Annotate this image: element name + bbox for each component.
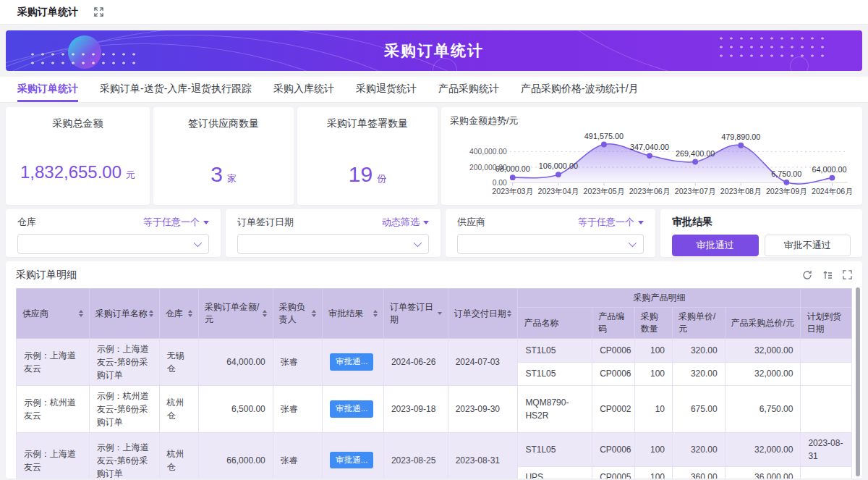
sign-date-select[interactable] <box>237 234 429 254</box>
tab-0[interactable]: 采购订单统计 <box>17 77 78 102</box>
chevron-down-icon <box>414 239 422 247</box>
column-header[interactable]: 采购订单金额/元 <box>198 289 273 339</box>
product-code-cell: CP0006 <box>592 433 634 467</box>
product-qty-cell: 100 <box>634 339 672 363</box>
order-detail-table-card: 采购订单明细 供应商采购订单名称仓库 <box>6 261 862 479</box>
column-header[interactable]: 产品采购总价/元 <box>725 308 801 339</box>
warehouse-select[interactable] <box>17 234 209 254</box>
expand-icon[interactable] <box>94 7 103 17</box>
approval-fail-button[interactable]: 审批不通过 <box>765 235 851 256</box>
owner-cell: 张睿 <box>273 386 323 433</box>
tab-2[interactable]: 采购入库统计 <box>273 77 334 102</box>
planned-date-cell <box>801 386 852 433</box>
svg-text:0.00: 0.00 <box>493 179 507 187</box>
product-name-cell: MQM8790-HS2R <box>518 386 592 433</box>
svg-text:400,000.00: 400,000.00 <box>469 148 507 156</box>
column-header[interactable]: 计划到货日期 <box>801 308 852 339</box>
tab-1[interactable]: 采购订单-送货-入库-退货执行跟踪 <box>100 77 252 102</box>
app-title: 采购订单统计 <box>17 6 78 19</box>
trend-line-chart: 0.00200,000.00400,000.002023年03月68,000.0… <box>450 127 854 203</box>
approval-cell: 审批通... <box>323 386 384 433</box>
product-name-cell: ST1L05 <box>518 362 592 386</box>
column-header[interactable]: 采购负责人 <box>273 289 323 339</box>
chevron-down-icon <box>194 239 202 247</box>
row-height-settings-icon[interactable] <box>822 270 833 280</box>
table-row: 示例：上海道友云示例：上海道友云-第6份采购订单杭州仓66,000.00张睿审批… <box>17 433 852 467</box>
column-header[interactable]: 审批结果 <box>323 289 384 339</box>
filter-warehouse: 仓库 等于任意一个 <box>6 209 221 257</box>
supplier-cell: 示例：上海道友云 <box>17 339 90 386</box>
planned-date-cell: 2023-08-31 <box>801 433 852 467</box>
column-header[interactable]: 仓库 <box>159 289 198 339</box>
planned-date-cell <box>801 362 852 386</box>
stat-value: 19 <box>349 162 373 187</box>
product-price-cell: 320.00 <box>673 339 726 363</box>
caret-down-icon <box>638 221 644 224</box>
stat-unit: 家 <box>227 172 237 185</box>
delivery-date-cell: 2024-07-03 <box>448 339 518 386</box>
svg-text:2023年09月: 2023年09月 <box>766 187 807 195</box>
vertical-scrollbar-thumb[interactable] <box>856 287 860 476</box>
column-header[interactable]: 产品编码 <box>592 308 634 339</box>
filter-label: 仓库 <box>17 216 36 229</box>
svg-text:64,000.00: 64,000.00 <box>812 165 846 174</box>
stat-card-supplier-count: 签订供应商数量 3家 <box>153 107 294 205</box>
sign-date-cell: 2023-08-25 <box>383 433 448 479</box>
approval-badge[interactable]: 审批通... <box>330 353 373 370</box>
column-header[interactable]: 订单签订日期 <box>383 289 448 339</box>
product-qty-cell: 10 <box>634 386 672 433</box>
tab-4[interactable]: 产品采购统计 <box>438 77 499 102</box>
fullscreen-icon[interactable] <box>843 270 852 280</box>
column-header[interactable]: 采购单价/元 <box>673 308 726 339</box>
svg-text:106,000.00: 106,000.00 <box>539 161 578 170</box>
filter-operator-dropdown[interactable]: 等于任意一个 <box>143 216 209 229</box>
sort-icon <box>507 310 511 317</box>
banner: 采购订单统计 <box>6 30 862 71</box>
approval-cell: 审批通... <box>323 433 384 479</box>
sort-icon <box>149 310 153 317</box>
supplier-cell: 示例：上海道友云 <box>17 433 90 479</box>
tab-3[interactable]: 采购退货统计 <box>356 77 417 102</box>
approval-badge[interactable]: 审批通... <box>330 452 373 468</box>
stat-card-total-amount: 采购总金额 1,832,655.00元 <box>6 107 150 205</box>
approval-cell: 审批通... <box>323 339 384 386</box>
column-header[interactable]: 采购订单名称 <box>89 289 159 339</box>
svg-text:2024年06月: 2024年06月 <box>812 187 853 195</box>
sort-icon <box>188 310 192 317</box>
column-header[interactable]: 采购数量 <box>634 308 672 339</box>
tab-5[interactable]: 产品采购价格-波动统计/月 <box>521 77 639 102</box>
sort-desc-icon <box>438 312 442 315</box>
product-total-cell: 32,000.00 <box>725 339 801 363</box>
warehouse-cell: 无锡仓 <box>159 339 198 386</box>
delivery-date-cell: 2023-09-30 <box>448 386 518 433</box>
owner-cell: 张睿 <box>273 339 323 386</box>
product-price-cell: 320.00 <box>673 362 726 386</box>
warehouse-cell: 杭州仓 <box>159 433 198 479</box>
sort-icon <box>263 310 267 317</box>
column-header[interactable]: 供应商 <box>17 289 90 339</box>
svg-text:2023年04月: 2023年04月 <box>537 187 579 195</box>
top-bar: 采购订单统计 <box>0 0 868 25</box>
planned-date-cell <box>801 339 852 363</box>
filter-label: 审批结果 <box>672 216 712 229</box>
refresh-icon[interactable] <box>802 270 812 280</box>
column-header[interactable]: 产品名称 <box>518 308 592 339</box>
trend-chart-card: 采购金额趋势/元 0.00200,000.00400,000.002023年03… <box>441 107 862 205</box>
product-total-cell: 32,000.00 <box>725 433 801 467</box>
product-name-cell: ST1L05 <box>518 339 592 363</box>
column-header[interactable]: 订单交付日期 <box>448 289 518 339</box>
approval-pass-button[interactable]: 审批通过 <box>672 235 759 256</box>
stat-unit: 元 <box>126 169 135 182</box>
approval-badge[interactable]: 审批通... <box>330 400 373 417</box>
product-code-cell: CP0006 <box>592 362 634 386</box>
filter-sign-date: 订单签订日期 动态筛选 <box>226 209 441 257</box>
supplier-select[interactable] <box>457 234 644 254</box>
filter-operator-dropdown[interactable]: 等于任意一个 <box>578 216 644 229</box>
filter-supplier: 供应商 等于任意一个 <box>446 209 655 257</box>
chevron-down-icon <box>629 239 637 247</box>
stat-value: 1,832,655.00 <box>20 162 122 182</box>
filter-operator-dropdown[interactable]: 动态筛选 <box>382 216 429 229</box>
filter-approval-result: 审批结果 审批通过 审批不通过 <box>660 209 862 257</box>
svg-text:2023年08月: 2023年08月 <box>720 187 762 195</box>
filter-label: 供应商 <box>457 216 485 229</box>
